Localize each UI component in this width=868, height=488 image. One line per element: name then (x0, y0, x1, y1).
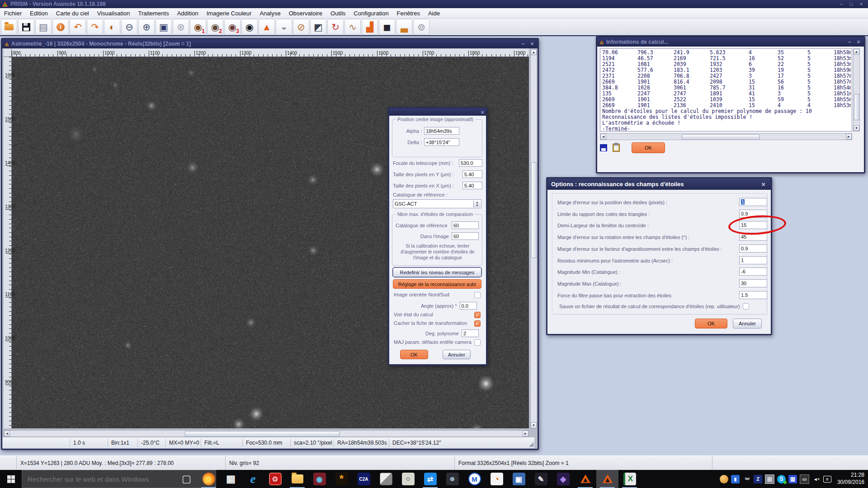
image-operations-icon[interactable]: ▤ (35, 19, 52, 35)
c2a-icon[interactable]: C2A (353, 470, 375, 488)
calc-state-checkbox[interactable]: ✓ (474, 312, 481, 318)
scrollbar-thumb[interactable] (854, 94, 860, 120)
scroll-down-icon[interactable]: ▼ (531, 422, 537, 428)
scroll-up-icon[interactable]: ▲ (531, 49, 537, 55)
focuser-icon[interactable]: ⊚ (413, 19, 429, 35)
horizontal-scrollbar[interactable]: ◄ ► (4, 430, 529, 437)
option-input[interactable]: 0.9 (739, 244, 767, 253)
task-view-icon[interactable]: ▢ (175, 470, 198, 488)
menu-carte-du-ciel[interactable]: Carte du ciel (52, 10, 93, 17)
eye-viewer-icon[interactable]: ◉ (308, 470, 330, 488)
horizontal-scrollbar[interactable]: ◄ ► (600, 133, 852, 140)
minimize-icon[interactable]: − (519, 41, 527, 47)
menu-observatoire[interactable]: Observatoire (285, 10, 326, 17)
menu-addition[interactable]: Addition (173, 10, 203, 17)
ok-button[interactable]: OK (632, 142, 665, 153)
swirl-app-icon[interactable]: ◔ (486, 470, 508, 488)
menu-visualisation[interactable]: Visualisation (93, 10, 134, 17)
copy-results-icon[interactable] (613, 144, 620, 152)
volume-muted-icon[interactable]: ◄× (812, 475, 821, 483)
calculator-icon[interactable]: ▦ (220, 470, 242, 488)
teamviewer-icon[interactable]: ⇄ (419, 470, 441, 488)
scroll-right-icon[interactable]: ► (846, 134, 852, 140)
scroll-down-icon[interactable]: ▼ (854, 125, 859, 131)
image-inspect-icon[interactable]: ▣ (156, 19, 172, 35)
histogram-3d-icon[interactable]: ▟ (362, 19, 378, 35)
search-doc-icon[interactable]: ○ (397, 470, 419, 488)
power-app-icon[interactable]: ⊙ (264, 470, 286, 488)
calc-results-text[interactable]: 70.06796.3241.95.623435518h58m119446.572… (600, 48, 852, 131)
flat-frame-icon[interactable]: ▃ (396, 19, 412, 35)
menu-traitements[interactable]: Traitements (134, 10, 173, 17)
edge-icon[interactable]: e (242, 470, 264, 488)
start-button[interactable] (0, 470, 22, 488)
options-dialog-titlebar[interactable]: Options : reconnaissance des champs d'ét… (547, 178, 771, 190)
menu-fichier[interactable]: Fichier (0, 10, 26, 17)
menu-fen-tres[interactable]: Fenêtres (393, 10, 424, 17)
save-file-checkbox[interactable] (743, 303, 749, 310)
portrait-app-icon[interactable]: ☻ (441, 470, 463, 488)
input-device-icon[interactable]: ▭ (800, 474, 809, 484)
vertical-scrollbar[interactable]: ▲ ▼ (530, 49, 537, 429)
resize-grip-icon[interactable]: ◢ (529, 441, 533, 447)
excel-icon[interactable]: X (618, 470, 641, 488)
collimation-icon[interactable]: ⊘ (293, 19, 309, 35)
peak-3d-icon[interactable]: ▲ (259, 19, 275, 35)
vertical-scrollbar[interactable]: ▲ ▼ (853, 48, 860, 131)
auto-recognition-button[interactable]: Réglage de la reconnaissance auto (393, 279, 481, 289)
photo-doc-icon[interactable] (375, 470, 397, 488)
maj-param-checkbox[interactable] (474, 339, 481, 346)
close-icon[interactable]: × (528, 41, 536, 47)
flip-vertical-icon[interactable]: ↷ (87, 19, 103, 35)
focale-field[interactable]: 530.0 (459, 159, 482, 167)
alpha-field[interactable]: 18h54m39s (424, 127, 459, 135)
scrollbar-thumb[interactable] (682, 134, 760, 140)
blue-tray-app-icon[interactable]: ▥ (788, 475, 797, 483)
gear-wheel-icon[interactable]: ⊛ (173, 19, 189, 35)
option-input[interactable]: 45 (739, 233, 767, 241)
pen-tool-icon[interactable]: ✎ (530, 470, 552, 488)
save-results-icon[interactable] (600, 144, 607, 151)
scroll-left-icon[interactable]: ◄ (600, 134, 606, 140)
dark-frame-icon[interactable]: ◼ (379, 19, 395, 35)
menu-imagerie-couleur[interactable]: Imagerie Couleur (203, 10, 256, 17)
maximize-icon[interactable]: □ (846, 1, 856, 7)
polynome-field[interactable]: 2 (462, 329, 479, 337)
dome-icon[interactable]: ◒ (276, 19, 292, 35)
ok-button[interactable]: OK (400, 350, 428, 359)
minimize-icon[interactable]: − (845, 39, 854, 45)
prism-active-icon[interactable] (596, 470, 618, 488)
calc-info-titlebar[interactable]: Informations de calcul... − × (597, 38, 864, 47)
catalog-select[interactable]: GSC-ACT ▲▼ (393, 199, 481, 208)
menu-outils[interactable]: Outils (326, 10, 349, 17)
close-icon[interactable]: × (760, 181, 767, 188)
angle-field[interactable]: 0.0 (460, 302, 477, 310)
paw-app-icon[interactable]: * (330, 470, 353, 488)
wifi-icon[interactable]: ((( (742, 475, 751, 483)
delta-field[interactable]: +38°15'24" (424, 138, 459, 146)
camera-1-icon[interactable]: ◉1 (190, 19, 206, 35)
astrometry-dialog-titlebar[interactable]: × (389, 108, 486, 116)
prism-instance-icon[interactable] (574, 470, 596, 488)
guide-camera-icon[interactable]: ◉ (241, 19, 258, 35)
hide-sheet-checkbox[interactable]: ✓ (474, 320, 481, 327)
camera-2-icon[interactable]: ◉2 (207, 19, 223, 35)
option-input[interactable]: 1 (739, 198, 767, 206)
menu-configuration[interactable]: Configuration (349, 10, 392, 17)
option-input[interactable]: 0.9 (739, 210, 767, 218)
option-input[interactable]: 1.5 (739, 291, 767, 299)
curve-tool-icon[interactable]: ∿ (344, 19, 361, 35)
image-count-field[interactable]: 60 (452, 232, 479, 240)
cancel-button[interactable]: Annuler (443, 350, 471, 359)
camera-3-icon[interactable]: ◉3 (224, 19, 241, 35)
option-input[interactable]: 1 (739, 256, 767, 264)
threshold-contrast-icon[interactable]: ◐ (104, 19, 120, 35)
scroll-up-icon[interactable]: ▲ (854, 49, 859, 55)
blue-utility-icon[interactable]: ▣ (508, 470, 530, 488)
display-icon[interactable]: ▤ (765, 474, 774, 484)
redefine-messages-button[interactable]: Redefinir les niveau de messages (393, 267, 481, 277)
image-window-titlebar[interactable]: Astrometrie_-16 | 3326x2504 - Monochrome… (2, 39, 538, 48)
m-app-icon[interactable]: M (463, 470, 486, 488)
zonealarm-icon[interactable]: Z (754, 475, 762, 483)
close-icon[interactable]: × (479, 109, 486, 115)
